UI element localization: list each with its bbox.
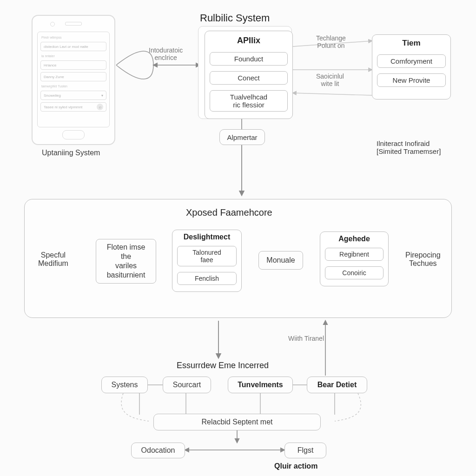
xposed-node-title: Deslightmect [172,233,241,241]
bottom-node: Tunvelments [228,377,293,393]
bottom-node: Bear Detiet [307,377,367,393]
tiem-caption: Ilniteract Inofiraid [Simited Tramemser] [377,139,441,155]
bottom-node: Flgst [284,443,326,458]
phone-caption: Uptaniing System [42,149,100,157]
xposed-node-title: Agehede [320,235,388,243]
xposed-node: Specful Medifium [38,251,68,268]
xposed-node: Monuale [258,251,303,270]
tiem-title: Tiem [372,39,450,48]
edge-label: Wiith Tiranel [288,335,324,342]
xposed-title: Xposed Faamehcore [186,207,272,218]
xposed-node-group: Agehede Regibnent Conoiric [320,231,389,286]
svg-line-3 [293,93,372,95]
phone-field-header: la nntaler [40,53,106,58]
phone-field-header: Pindr wtimpss [40,35,106,40]
phone-field: Danny Zune [40,72,106,81]
api-card: APIlix Founduct Conect Tualvelhcad ric f… [205,31,293,119]
search-icon: ⌕ [97,104,103,110]
api-item: Tualvelhcad ric flessior [210,90,288,112]
tiem-item: Comforyment [377,54,446,68]
xposed-node-item: Talonured faee [177,246,237,266]
tiem-item: New Provite [377,73,446,87]
bottom-node: Systens [101,377,148,393]
api-title: APIlix [205,36,292,46]
xposed-node-group: Deslightmect Talonured faee Fenclish [172,230,242,292]
edge-label: Techlange Polunt on [316,34,346,49]
caret-icon: ▾ [101,93,103,98]
edge-label: Saoicinlul wite lit [316,73,344,87]
xposed-node: Floten imse the variles basiturnient [96,239,156,284]
phone-field-header: tamwrgWd Tuslen [40,84,106,88]
bottom-footer: Qluir actiom [274,462,317,470]
phone-field: Hriance [40,60,106,70]
diagram-title: Rulbilic System [200,12,270,24]
phone-mockup: Pindr wtimpss distedion Lavi or mod nait… [32,15,115,145]
phone-field-search: Tasee ni syled vipmmnt ⌕ [40,102,106,112]
xposed-node: Pirepocing Techues [405,251,441,268]
connector-node: Alpmertar [219,129,265,145]
xposed-node-item: Fenclish [177,272,237,285]
edge-label: Intoduratoic enclrice [149,46,183,61]
bottom-joiner: Relacbid Septent met [153,414,321,430]
xposed-node-item: Regibnent [325,248,383,261]
api-item: Founduct [210,52,288,66]
phone-field-select: Snowelieg▾ [40,91,106,100]
xposed-node-item: Conoiric [325,266,383,279]
phone-field: distedion Lavi or mod naite [40,42,106,51]
bottom-title: Essurrdew Eme Incerred [177,361,269,370]
bottom-node: Odocation [131,443,185,458]
bottom-node: Sourcart [163,377,211,393]
api-item: Conect [210,71,288,85]
tiem-card: Tiem Comforyment New Provite [372,34,451,99]
